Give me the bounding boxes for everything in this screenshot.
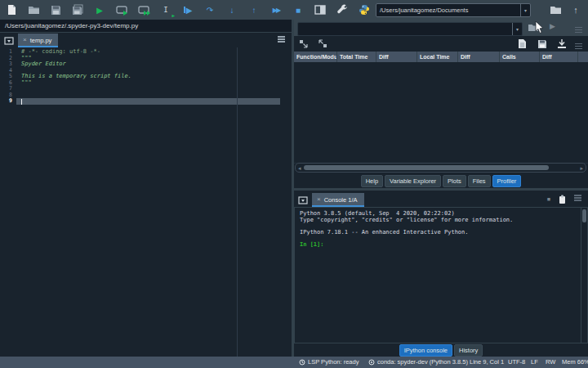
column-header-truncated [578, 52, 588, 62]
parent-directory-icon[interactable]: ↑ [569, 3, 582, 16]
profiler-file-combobox[interactable]: ▾ [297, 22, 523, 36]
editor-options-menu-icon[interactable] [278, 35, 285, 44]
column-header[interactable]: Calls [500, 52, 540, 62]
tab-history[interactable]: History [454, 344, 483, 357]
code-lines: # -*- coding: utf-8 -*- """ Spyder Edito… [21, 49, 292, 105]
close-tab-icon[interactable]: × [23, 37, 27, 43]
working-directory-combobox[interactable]: /Users/juanitagomez/Documents ▾ [376, 3, 531, 17]
working-directory-value: /Users/juanitagomez/Documents [376, 7, 520, 14]
bottom-tabbar: IPython console History [294, 343, 588, 357]
tab-profiler[interactable]: Profiler [492, 175, 522, 187]
debug-file-icon[interactable]: ▶ [181, 3, 194, 16]
code-line: Spyder Editor [21, 61, 292, 68]
column-header[interactable]: Diff [376, 52, 417, 62]
run-file-icon[interactable]: ▶ [93, 3, 106, 16]
code-line: """ [21, 80, 292, 87]
console-banner-line: IPython 7.18.1 -- An enhanced Interactiv… [300, 230, 587, 236]
conda-env-status: conda: spyder-dev (Python 3.8.5) [368, 357, 468, 368]
code-line [21, 86, 292, 92]
code-line [21, 92, 292, 99]
save-icon[interactable] [49, 3, 62, 16]
encoding-status: UTF-8 [508, 357, 525, 368]
chevron-down-icon[interactable]: ▾ [520, 4, 530, 16]
open-file-icon[interactable] [27, 3, 40, 16]
profiler-h-scrollbar[interactable]: ◂ ▸ [295, 163, 586, 173]
memory-status: Mem 66% [562, 357, 588, 368]
load-data-icon[interactable] [555, 38, 568, 50]
step-out-icon[interactable]: ↑ [247, 3, 261, 16]
console-v-scrollbar[interactable] [581, 208, 587, 343]
save-data-icon[interactable] [536, 38, 548, 50]
console-tab[interactable]: × Console 1/A [312, 193, 364, 207]
profiler-options-menu-icon[interactable] [575, 25, 582, 34]
save-all-icon[interactable] [71, 3, 84, 16]
code-editor[interactable]: 1 2 3 4 5 6 7 8 9 # -*- coding: utf-8 -*… [0, 47, 292, 357]
column-header[interactable]: Diff [458, 52, 500, 62]
code-line: # -*- coding: utf-8 -*- [21, 49, 292, 56]
preferences-wrench-icon[interactable] [336, 3, 349, 16]
tab-plots[interactable]: Plots [443, 175, 466, 187]
editor-file-path: /Users/juanitagomez/.spyder-py3-dev/temp… [0, 20, 292, 33]
column-header[interactable]: Local Time [417, 52, 458, 62]
scroll-left-icon[interactable]: ◂ [298, 164, 301, 172]
ipython-console[interactable]: Python 3.8.5 (default, Sep 4 2020, 02:22… [294, 207, 588, 343]
console-tabbar: × Console 1/A ■ [294, 191, 588, 207]
run-selection-icon[interactable]: I▶ [159, 3, 172, 16]
browse-directory-icon[interactable] [549, 3, 562, 16]
lsp-status: LSP Python: ready [299, 357, 359, 368]
editor-tabbar: × temp.py [0, 34, 292, 47]
code-line: This is a temporary script file. [21, 74, 292, 80]
main-toolbar: ▶ I▶ ▶ ↷ ↓ ↑ ▶▶ ■ /Users/juanitagomez/Do… [0, 0, 588, 20]
step-into-icon[interactable]: ↓ [225, 3, 238, 16]
profiler-table-header: Function/Modu Total Time Diff Local Time… [294, 52, 588, 62]
line-number-gutter: 1 2 3 4 5 6 7 8 9 [0, 49, 16, 105]
editor-pane: /Users/juanitagomez/.spyder-py3-dev/temp… [0, 20, 292, 357]
profiler-menu-icon[interactable] [575, 42, 582, 51]
tab-files[interactable]: Files [468, 175, 491, 187]
console-options-menu-icon[interactable] [574, 194, 581, 203]
console-banner-line: Type "copyright", "credits" or "license"… [300, 218, 587, 224]
debug-stop-icon[interactable]: ■ [292, 3, 305, 16]
python-logo-icon [358, 3, 371, 16]
lsp-status-icon [299, 359, 305, 366]
collapse-all-icon[interactable] [297, 38, 310, 50]
right-pane: ▾ ▶ [294, 20, 588, 357]
profiler-toolbar [294, 36, 588, 52]
profiler-results-table[interactable] [294, 62, 588, 164]
interrupt-kernel-icon[interactable]: ■ [547, 196, 550, 202]
maximize-pane-icon[interactable] [314, 3, 327, 16]
cursor-position-status: Line 9, Col 1 [470, 357, 504, 368]
column-header[interactable]: Total Time [337, 52, 376, 62]
mouse-cursor [535, 21, 545, 34]
right-pane-tabbar: Help Variable Explorer Plots Files Profi… [294, 173, 588, 188]
chevron-down-icon[interactable]: ▾ [512, 23, 522, 35]
scrollbar-thumb[interactable] [582, 209, 586, 222]
eol-status: LF [531, 357, 538, 368]
debug-continue-icon[interactable]: ▶▶ [270, 3, 283, 16]
scroll-right-icon[interactable]: ▸ [580, 164, 583, 172]
browse-tabs-icon[interactable] [297, 195, 309, 205]
tab-variable-explorer[interactable]: Variable Explorer [385, 175, 441, 187]
profile-run-icon[interactable]: ▶ [550, 22, 555, 30]
inspect-clipboard-icon[interactable] [559, 195, 566, 204]
scrollbar-thumb[interactable] [304, 165, 549, 170]
run-cell-icon[interactable] [115, 3, 128, 16]
editor-tab-temp-py[interactable]: × temp.py [18, 34, 58, 47]
show-output-icon[interactable] [516, 38, 528, 50]
conda-env-icon [368, 359, 375, 366]
browse-tabs-icon[interactable] [3, 36, 15, 46]
tab-help[interactable]: Help [361, 175, 383, 187]
close-tab-icon[interactable]: × [317, 196, 321, 203]
run-cell-advance-icon[interactable] [137, 3, 150, 16]
column-header[interactable]: Function/Modu [294, 52, 337, 62]
editor-tab-label: temp.py [30, 37, 52, 44]
readwrite-status: RW [546, 357, 555, 368]
console-prompt: In [1]: [300, 242, 587, 249]
expand-all-icon[interactable] [317, 38, 329, 50]
new-file-icon[interactable] [5, 3, 18, 16]
step-over-icon[interactable]: ↷ [203, 3, 216, 16]
tab-ipython-console[interactable]: IPython console [399, 344, 452, 357]
code-line [21, 98, 292, 105]
status-bar: LSP Python: ready conda: spyder-dev (Pyt… [0, 357, 588, 368]
column-header[interactable]: Diff [540, 52, 578, 62]
